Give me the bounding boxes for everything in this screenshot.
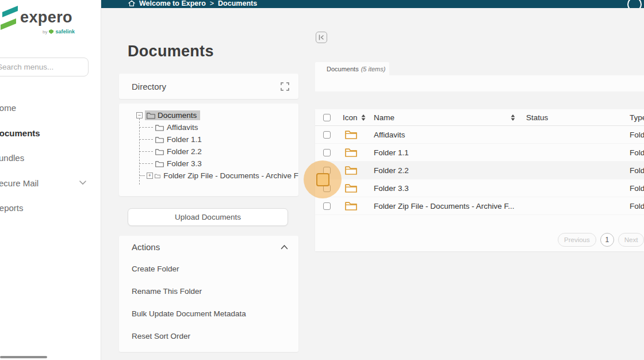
- sort-icon: [511, 114, 515, 121]
- table-row-folder-zip[interactable]: Folder Zip File - Documents - Archive F.…: [315, 197, 644, 215]
- pagination-next-button[interactable]: Next: [618, 233, 644, 247]
- main-content: Documents Directory − Documents Affidavi…: [101, 8, 644, 360]
- app-logo: expero: [0, 5, 72, 31]
- collapse-left-icon: [318, 34, 325, 41]
- folder-icon: [345, 183, 357, 193]
- breadcrumb: Welcome to Expero > Documents: [128, 0, 257, 8]
- folder-icon: [155, 160, 164, 167]
- folder-icon: [345, 148, 357, 157]
- safelink-icon: [49, 29, 53, 34]
- tree-node-folder-3-3[interactable]: Folder 3.3: [139, 158, 298, 170]
- sidebar-horizontal-scrollbar[interactable]: [0, 356, 47, 358]
- directory-tree: − Documents Affidavits Folder 1.1 Folder…: [119, 104, 298, 196]
- tree-root-row: − Documents: [119, 109, 298, 121]
- folder-icon: [155, 124, 164, 131]
- table-header-row: Icon Name Status Type: [315, 109, 644, 126]
- search-input[interactable]: [0, 58, 89, 76]
- actions-panel: Actions Create Folder Rename This Folder…: [119, 236, 298, 352]
- folder-icon: [345, 130, 357, 139]
- folder-icon: [155, 136, 164, 143]
- home-icon: [128, 0, 135, 7]
- expero-logo-icon: [0, 5, 18, 31]
- documents-table: Icon Name Status Type Affidavits: [315, 109, 644, 251]
- folder-icon: [147, 112, 155, 119]
- row-checkbox[interactable]: [323, 202, 331, 210]
- upload-documents-button[interactable]: Upload Documents: [128, 208, 288, 226]
- column-header-status: Status: [522, 113, 626, 122]
- sidebar-item-bundles[interactable]: Bundles: [0, 145, 101, 171]
- select-all-checkbox[interactable]: [323, 114, 331, 121]
- tab-documents[interactable]: Documents (5 items): [315, 62, 389, 75]
- folder-icon: [155, 173, 160, 179]
- table-row-folder-2-2[interactable]: Folder 2.2 Folder: [315, 162, 644, 179]
- tree-node-folder-1-1[interactable]: Folder 1.1: [139, 133, 298, 145]
- tree-node-documents[interactable]: Documents: [145, 110, 200, 120]
- brand-subtitle: by safelink: [20, 29, 75, 35]
- column-header-icon[interactable]: Icon: [338, 113, 370, 122]
- row-checkbox[interactable]: [323, 131, 331, 139]
- sidebar-item-home[interactable]: Home: [0, 95, 101, 121]
- column-header-name[interactable]: Name: [370, 113, 522, 122]
- user-avatar[interactable]: [627, 0, 642, 8]
- action-create-folder[interactable]: Create Folder: [119, 258, 298, 280]
- tree-children: Affidavits Folder 1.1 Folder 2.2 Folder …: [139, 121, 298, 182]
- breadcrumb-home[interactable]: Welcome to Expero: [139, 0, 206, 7]
- column-header-type: Type: [626, 113, 644, 122]
- action-rename-folder[interactable]: Rename This Folder: [119, 280, 298, 302]
- chevron-down-icon: [79, 181, 86, 185]
- actions-panel-header[interactable]: Actions: [119, 236, 298, 258]
- directory-panel-header: Directory: [119, 74, 298, 99]
- tree-node-folder-2-2[interactable]: Folder 2.2: [139, 145, 298, 158]
- tree-node-folder-zip[interactable]: + Folder Zip File - Documents - Archive …: [139, 170, 298, 182]
- folder-icon: [345, 201, 357, 210]
- brand-name: expero: [20, 5, 72, 30]
- pagination-page-1[interactable]: 1: [600, 233, 614, 247]
- row-checkbox[interactable]: [323, 149, 331, 156]
- tab-item-count: (5 items): [361, 66, 386, 72]
- table-row-folder-3-3[interactable]: Folder 3.3 Folder: [315, 179, 644, 197]
- folder-icon: [155, 148, 164, 155]
- action-reset-sort-order[interactable]: Reset Sort Order: [119, 325, 298, 347]
- page-title: Documents: [128, 43, 214, 60]
- pagination-previous-button[interactable]: Previous: [558, 233, 596, 247]
- sort-icon: [361, 114, 366, 121]
- collapse-node-icon[interactable]: −: [136, 112, 143, 118]
- folder-icon: [345, 166, 357, 175]
- table-row-folder-1-1[interactable]: Folder 1.1 Folder: [315, 144, 644, 162]
- sidebar-item-secure-mail[interactable]: Secure Mail: [0, 171, 101, 196]
- expand-tree-icon[interactable]: [281, 82, 289, 91]
- breadcrumb-separator: >: [210, 0, 214, 7]
- breadcrumb-current: Documents: [218, 0, 257, 7]
- sidebar-item-documents[interactable]: Documents: [0, 121, 101, 146]
- sidebar-item-reports[interactable]: Reports: [0, 196, 101, 221]
- expand-node-icon[interactable]: +: [147, 173, 153, 179]
- collapse-panel-button[interactable]: [316, 32, 327, 43]
- directory-title: Directory: [132, 82, 166, 91]
- row-checkbox[interactable]: [323, 167, 331, 174]
- tree-node-affidavits[interactable]: Affidavits: [139, 121, 298, 133]
- sidebar-nav: Home Documents Bundles Secure Mail Repor…: [0, 95, 101, 221]
- row-checkbox[interactable]: [323, 185, 331, 192]
- pagination: Previous 1 Next: [558, 233, 644, 247]
- table-row-affidavits[interactable]: Affidavits Folder: [315, 126, 644, 144]
- table-body: Affidavits Folder Folder 1.1 Folder Fold…: [315, 126, 644, 215]
- table-toolbar: [315, 75, 644, 91]
- action-bulk-update-metadata[interactable]: Bulk Update Document Metadata: [119, 302, 298, 325]
- sidebar: expero by safelink Home Documents Bundle…: [0, 0, 101, 360]
- chevron-up-icon: [281, 244, 288, 250]
- top-header-bar: Welcome to Expero > Documents: [101, 0, 644, 8]
